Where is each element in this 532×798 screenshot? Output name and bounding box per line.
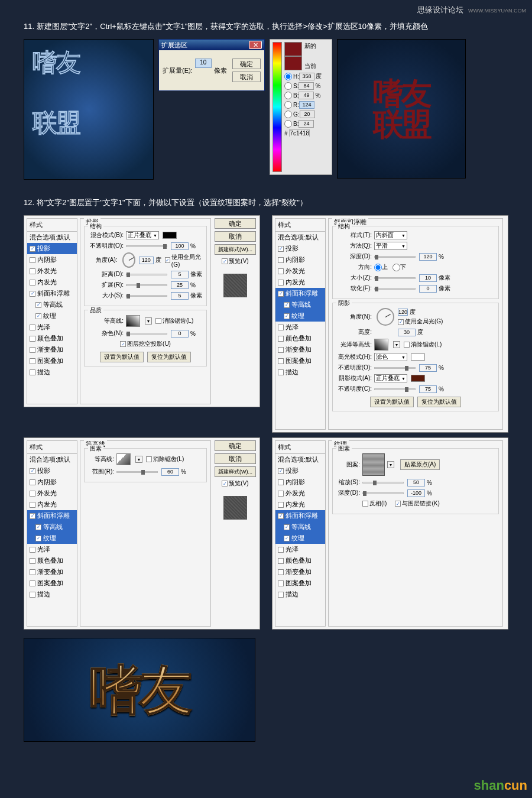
style-checkbox[interactable] bbox=[30, 569, 35, 575]
style-list-item[interactable]: 描边 bbox=[275, 366, 325, 378]
style-checkbox[interactable]: ✓ bbox=[35, 302, 41, 308]
cancel-button[interactable]: 取消 bbox=[215, 231, 256, 242]
style-list-item[interactable]: 内阴影 bbox=[27, 254, 77, 265]
style-list-item[interactable]: 混合选项:默认 bbox=[27, 454, 77, 465]
style-list-item[interactable]: 外发光 bbox=[275, 265, 325, 277]
hue-strip[interactable] bbox=[273, 42, 282, 172]
style-checkbox[interactable] bbox=[30, 336, 35, 342]
highlight-opacity-slider[interactable] bbox=[374, 367, 416, 369]
shadow-color[interactable] bbox=[163, 232, 177, 239]
color-component-radio[interactable] bbox=[284, 101, 292, 109]
ok-button[interactable]: 确定 bbox=[215, 218, 256, 229]
range-slider[interactable] bbox=[116, 471, 158, 473]
dir-up-radio[interactable] bbox=[374, 264, 382, 271]
style-list-item[interactable]: 描边 bbox=[27, 589, 77, 600]
noise-slider[interactable] bbox=[126, 333, 167, 335]
cancel-button[interactable]: 取消 bbox=[232, 72, 261, 82]
component-value[interactable]: 49 bbox=[299, 92, 314, 99]
style-checkbox[interactable]: ✓ bbox=[35, 536, 41, 541]
style-list-item[interactable]: 光泽 bbox=[275, 322, 325, 333]
anti-alias-check[interactable] bbox=[155, 318, 161, 324]
style-checkbox[interactable] bbox=[278, 569, 284, 575]
angle-dial[interactable] bbox=[377, 308, 394, 326]
style-checkbox[interactable] bbox=[30, 347, 35, 353]
angle-dial[interactable] bbox=[122, 252, 135, 268]
angle-input[interactable]: 120 bbox=[139, 257, 154, 264]
style-checkbox[interactable]: ✓ bbox=[284, 524, 290, 530]
style-list-item[interactable]: 颜色叠加 bbox=[27, 555, 77, 566]
style-list-item[interactable]: 渐变叠加 bbox=[275, 566, 325, 578]
preview-check[interactable]: ✓ bbox=[222, 481, 228, 486]
style-list-item[interactable]: ✓纹理 bbox=[27, 533, 77, 544]
highlight-color[interactable] bbox=[411, 353, 425, 361]
style-checkbox[interactable] bbox=[30, 325, 35, 330]
style-list-item[interactable]: 内阴影 bbox=[275, 254, 325, 265]
soften-slider[interactable] bbox=[374, 288, 416, 290]
global-light-check[interactable]: ✓ bbox=[165, 257, 170, 263]
ok-button[interactable]: 确定 bbox=[215, 440, 256, 451]
spread-slider[interactable] bbox=[126, 284, 167, 286]
style-list-item[interactable]: ✓投影 bbox=[275, 243, 325, 254]
style-list-item[interactable]: 内发光 bbox=[275, 499, 325, 510]
set-default-button[interactable]: 设置为默认值 bbox=[370, 397, 414, 407]
style-list-item[interactable]: 图案叠加 bbox=[275, 355, 325, 366]
style-list-item[interactable]: ✓斜面和浮雕 bbox=[275, 510, 325, 521]
cancel-button[interactable]: 取消 bbox=[215, 453, 256, 464]
style-checkbox[interactable] bbox=[278, 369, 284, 375]
style-checkbox[interactable] bbox=[278, 268, 284, 274]
style-checkbox[interactable]: ✓ bbox=[35, 524, 41, 530]
style-list-item[interactable]: 外发光 bbox=[27, 265, 77, 277]
component-value[interactable]: 24 bbox=[299, 120, 314, 128]
style-checkbox[interactable]: ✓ bbox=[30, 513, 35, 519]
color-component-radio[interactable] bbox=[284, 120, 292, 128]
color-component-radio[interactable] bbox=[284, 82, 292, 90]
style-checkbox[interactable] bbox=[278, 547, 284, 553]
style-checkbox[interactable] bbox=[30, 479, 35, 485]
style-checkbox[interactable] bbox=[30, 558, 35, 564]
contour-picker[interactable] bbox=[126, 315, 140, 327]
style-checkbox[interactable]: ✓ bbox=[284, 536, 290, 541]
link-layer-check[interactable]: ✓ bbox=[395, 501, 401, 507]
spread-input[interactable]: 25 bbox=[171, 281, 189, 289]
style-checkbox[interactable] bbox=[278, 336, 284, 342]
invert-check[interactable] bbox=[362, 501, 368, 507]
pattern-picker[interactable] bbox=[362, 453, 385, 476]
component-value[interactable]: 358 bbox=[299, 73, 314, 80]
size-input[interactable]: 10 bbox=[419, 274, 437, 282]
style-checkbox[interactable] bbox=[278, 358, 284, 364]
gloss-contour[interactable] bbox=[374, 339, 388, 351]
style-list-item[interactable]: ✓等高线 bbox=[275, 521, 325, 533]
style-checkbox[interactable] bbox=[278, 325, 284, 330]
style-list-item[interactable]: ✓等高线 bbox=[27, 521, 77, 533]
style-list-item[interactable]: ✓等高线 bbox=[275, 299, 325, 310]
distance-slider[interactable] bbox=[126, 274, 167, 275]
style-list-item[interactable]: 描边 bbox=[275, 589, 325, 600]
size-input[interactable]: 5 bbox=[171, 292, 189, 300]
style-checkbox[interactable] bbox=[278, 502, 284, 508]
style-list-item[interactable]: 内阴影 bbox=[27, 476, 77, 488]
style-list-item[interactable]: 颜色叠加 bbox=[275, 555, 325, 566]
style-checkbox[interactable] bbox=[278, 479, 284, 485]
highlight-mode-select[interactable]: 滤色 bbox=[374, 353, 407, 361]
angle-input[interactable]: 120 bbox=[398, 309, 408, 316]
reset-default-button[interactable]: 复位为默认值 bbox=[417, 397, 461, 407]
style-checkbox[interactable] bbox=[278, 558, 284, 564]
snap-origin-button[interactable]: 贴紧原点(A) bbox=[400, 459, 440, 470]
style-checkbox[interactable] bbox=[30, 358, 35, 364]
chevron-down-icon[interactable]: ▾ bbox=[145, 317, 152, 325]
knockout-check[interactable]: ✓ bbox=[120, 341, 126, 347]
style-list-item[interactable]: 图案叠加 bbox=[275, 578, 325, 589]
blend-mode-select[interactable]: 正片叠底 bbox=[126, 231, 159, 239]
style-checkbox[interactable] bbox=[30, 580, 35, 586]
style-list-item[interactable]: ✓斜面和浮雕 bbox=[275, 288, 325, 299]
style-checkbox[interactable]: ✓ bbox=[278, 513, 284, 519]
color-component-radio[interactable] bbox=[284, 73, 292, 80]
style-list-item[interactable]: 内发光 bbox=[27, 277, 77, 288]
contour-picker[interactable] bbox=[116, 453, 131, 465]
chevron-down-icon[interactable]: ▾ bbox=[135, 456, 142, 463]
depth-slider[interactable] bbox=[362, 492, 404, 494]
style-checkbox[interactable]: ✓ bbox=[278, 246, 284, 252]
style-checkbox[interactable]: ✓ bbox=[30, 468, 35, 474]
scale-input[interactable]: 50 bbox=[407, 479, 425, 486]
size-slider[interactable] bbox=[126, 295, 167, 297]
